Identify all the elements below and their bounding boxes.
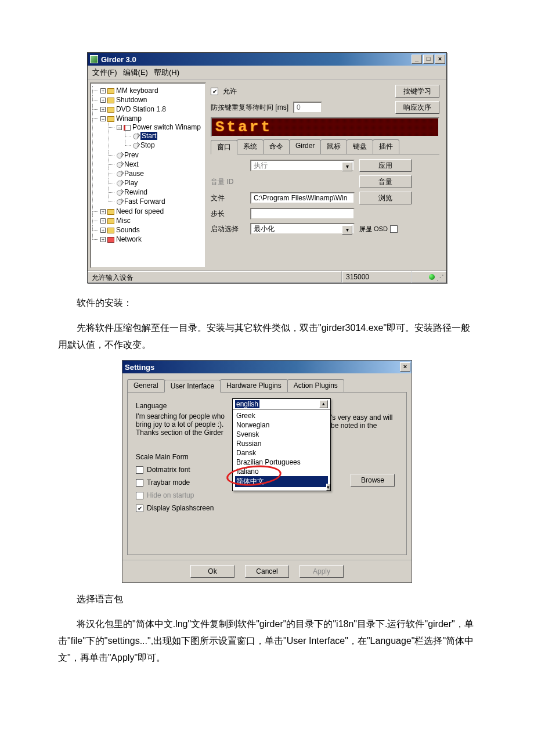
menu-help[interactable]: 帮助(H) [154,67,179,78]
resize-grip-icon[interactable]: ⋰ [436,273,442,282]
tab-general[interactable]: General [127,379,165,392]
tree-pause[interactable]: Pause [124,170,144,178]
right-panel: ✔ 允许 按键学习 防按键重复等待时间 [ms] 0 响应次序 Start 窗口… [208,80,446,271]
step-input[interactable] [250,208,355,219]
browse-font-button[interactable]: Browse [351,474,395,487]
tree-shutdown[interactable]: Shutdown [116,96,147,104]
about-right2: be noted in the [331,422,392,430]
language-dropdown[interactable]: english ▴ Greek Norwegian Svensk Russian… [232,398,331,491]
doc-p3: 选择语言包 [58,591,476,608]
exec-dropdown[interactable]: 执行 [250,160,355,171]
file-label: 文件 [211,193,246,203]
tree-next[interactable]: Next [124,160,139,168]
osd-checkbox[interactable] [390,225,398,233]
status-right: ⋰ [412,271,446,283]
status-bar: 允许输入设备 315000 ⋰ [88,271,446,283]
tab-cmd[interactable]: 命令 [263,139,290,154]
apply-button[interactable]: 应用 [359,159,412,172]
lang-norwegian[interactable]: Norwegian [235,420,328,430]
led-display: Start [211,117,439,137]
tab-plugin[interactable]: 插件 [373,139,399,154]
lang-chinese[interactable]: 简体中文 [235,476,328,487]
settings-dialog: Settings × General User Interface Hardwa… [122,360,412,583]
tree-prev[interactable]: Prev [124,151,139,159]
tree-ff[interactable]: Fast Forward [124,197,165,206]
close-button[interactable]: × [435,55,445,64]
tree-start[interactable]: Start [140,132,157,140]
lang-italiano[interactable]: Italiano [235,467,328,476]
file-input[interactable]: C:\Program Files\Winamp\Win [250,192,355,204]
lang-english-selected[interactable]: english [235,400,259,408]
tree-network[interactable]: Network [116,235,142,243]
repeat-input[interactable]: 0 [293,102,322,113]
settings-body: Language I'm searching for people who br… [127,393,407,555]
status-mid: 315000 [342,271,412,283]
tree-stop[interactable]: Stop [140,141,155,149]
allow-label: 允许 [223,87,237,96]
settings-close-button[interactable]: × [400,362,410,372]
command-tree[interactable]: +MM keyboard +Shutdown +DVD Station 1.8 … [90,82,206,268]
scroll-down-icon[interactable]: ▾ [326,484,330,491]
girder-icon [90,55,98,63]
status-led-icon [429,274,435,280]
girder-titlebar[interactable]: Girder 3.0 _ □ × [88,53,446,66]
cancel-button[interactable]: Cancel [245,565,289,578]
girder-menubar: 文件(F) 编辑(E) 帮助(H) [88,66,446,80]
ok-button[interactable]: Ok [190,565,234,578]
tab-girder[interactable]: Girder [289,139,321,154]
action-tabs: 窗口 系统 命令 Girder 鼠标 键盘 插件 [211,139,439,154]
startsel-label: 启动选择 [211,224,246,234]
volume-button[interactable]: 音量 [359,175,412,188]
status-left: 允许输入设备 [88,271,342,283]
volid-label: 音量 ID [211,177,246,187]
tree-nfs[interactable]: Need for speed [116,207,164,215]
girder-title: Girder 3.0 [101,55,136,64]
lang-svensk[interactable]: Svensk [235,430,328,439]
menu-edit[interactable]: 编辑(E) [123,67,148,78]
tree-sounds[interactable]: Sounds [116,226,140,234]
lang-russian[interactable]: Russian [235,439,328,448]
browse-button[interactable]: 浏览 [359,192,412,204]
tab-keyboard[interactable]: 键盘 [347,139,373,154]
lang-dansk[interactable]: Dansk [235,448,328,458]
wand-icon [133,134,139,139]
splash-checkbox[interactable]: ✔ [136,505,143,512]
hide-label: Hide on startup [147,491,194,499]
tab-system[interactable]: 系统 [237,139,264,154]
wand-icon [117,199,122,205]
tab-action-plugins[interactable]: Action Plugins [287,379,344,392]
tab-user-interface[interactable]: User Interface [164,380,221,393]
dotmatrix-label: Dotmatrix font [147,466,190,474]
traybar-checkbox[interactable] [136,479,143,487]
settings-button-bar: Ok Cancel Apply [122,560,412,582]
tree-rewind[interactable]: Rewind [124,188,147,196]
scroll-up-icon[interactable]: ▴ [319,400,328,408]
doc-p1: 软件的安装： [58,295,476,312]
tab-mouse[interactable]: 鼠标 [320,139,347,154]
apply-button-disabled: Apply [300,565,344,578]
minimize-button[interactable]: _ [412,55,422,64]
hide-checkbox[interactable] [136,492,143,499]
tree-dvd[interactable]: DVD Station 1.8 [116,105,166,113]
startsel-dropdown[interactable]: 最小化 [250,223,355,235]
doc-p2: 先将软件压缩包解至任一目录。安装与其它软件类似，双击"girder3014.ex… [58,320,476,354]
tab-hardware-plugins[interactable]: Hardware Plugins [220,379,288,392]
step-label: 步长 [211,209,246,219]
order-button[interactable]: 响应次序 [395,101,439,114]
osd-label: 屏显 OSD [359,225,388,233]
lang-greek[interactable]: Greek [235,411,328,420]
settings-titlebar[interactable]: Settings × [122,361,412,373]
tree-mm[interactable]: MM keyboard [116,87,158,95]
allow-checkbox[interactable]: ✔ [211,88,218,95]
dotmatrix-checkbox[interactable] [136,466,143,474]
menu-file[interactable]: 文件(F) [92,67,117,78]
tree-power[interactable]: Power switch Winamp [132,123,201,131]
learn-button[interactable]: 按键学习 [395,85,439,98]
tree-misc[interactable]: Misc [116,217,131,225]
tree-play[interactable]: Play [124,179,138,187]
lang-brazilian[interactable]: Brazilian Portuguees [235,458,328,467]
tree-winamp[interactable]: Winamp [116,114,142,123]
maximize-button[interactable]: □ [423,55,434,64]
tab-window[interactable]: 窗口 [211,140,237,154]
wand-icon [117,153,122,159]
